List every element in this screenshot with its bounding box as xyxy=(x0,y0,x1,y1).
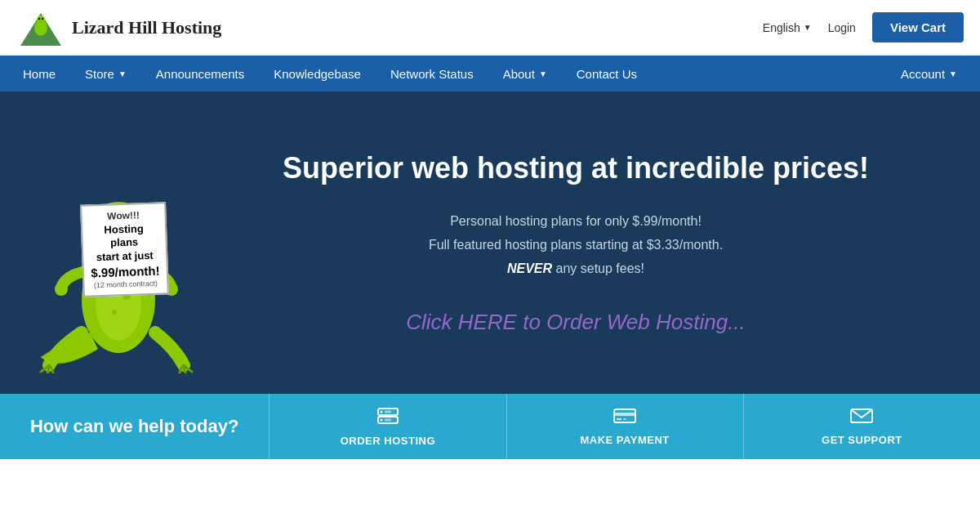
nav-item-home[interactable]: Home xyxy=(8,56,70,92)
svg-point-4 xyxy=(42,18,43,20)
hero-cta-link[interactable]: Click HERE to Order Web Hosting... xyxy=(237,310,915,335)
nav-item-knowledgebase[interactable]: Knowledgebase xyxy=(259,56,376,92)
sign-footnote: (12 month contract) xyxy=(91,279,160,291)
make-payment-icon xyxy=(613,408,636,429)
svg-rect-31 xyxy=(614,413,635,416)
nav-item-network-status[interactable]: Network Status xyxy=(376,56,488,92)
svg-rect-33 xyxy=(623,418,626,420)
svg-point-6 xyxy=(55,283,68,296)
promo-sign-card: Wow!!! Hosting plans start at just $.99/… xyxy=(80,202,169,297)
nav-item-announcements[interactable]: Announcements xyxy=(141,56,259,92)
hero-section: Wow!!! Hosting plans start at just $.99/… xyxy=(0,92,980,394)
lang-dropdown-arrow: ▼ xyxy=(804,23,812,32)
hero-desc-line2: Full featured hosting plans starting at … xyxy=(237,234,915,257)
nav-item-account[interactable]: Account ▼ xyxy=(886,56,972,92)
hero-desc-line3-post: any setup fees! xyxy=(556,261,645,275)
svg-point-23 xyxy=(112,310,117,315)
nav-item-contact-us[interactable]: Contact Us xyxy=(562,56,652,92)
hero-desc-line1: Personal hosting plans for only $.99/mon… xyxy=(237,210,915,234)
about-dropdown-arrow: ▼ xyxy=(539,69,547,78)
hero-never-text: NEVER xyxy=(507,261,552,275)
svg-rect-29 xyxy=(385,418,391,421)
order-hosting-icon xyxy=(376,407,399,430)
make-payment-action[interactable]: MAKE PAYMENT xyxy=(506,394,743,459)
top-bar: Lizard Hill Hosting English ▼ Login View… xyxy=(0,0,980,56)
nav-item-about[interactable]: About ▼ xyxy=(488,56,562,92)
make-payment-label: MAKE PAYMENT xyxy=(580,434,669,446)
svg-point-3 xyxy=(38,18,40,20)
svg-rect-28 xyxy=(385,410,391,413)
sign-price: $.99/month! xyxy=(91,262,161,280)
get-support-label: GET SUPPORT xyxy=(822,434,902,446)
bottom-bar: How can we help today? ORDER HOSTING xyxy=(0,394,980,459)
nav-item-store[interactable]: Store ▼ xyxy=(70,56,141,92)
envelope-icon xyxy=(850,408,873,424)
logo-text: Lizard Hill Hosting xyxy=(72,17,221,38)
account-dropdown-arrow: ▼ xyxy=(949,69,957,78)
get-support-action[interactable]: GET SUPPORT xyxy=(743,394,980,459)
language-label: English xyxy=(763,21,800,34)
nav-bar: Home Store ▼ Announcements Knowledgebase… xyxy=(0,56,980,92)
hero-desc-line3: NEVER any setup fees! xyxy=(237,257,915,281)
store-dropdown-arrow: ▼ xyxy=(118,69,127,78)
order-hosting-action[interactable]: ORDER HOSTING xyxy=(269,394,506,459)
top-right-area: English ▼ Login View Cart xyxy=(763,12,964,42)
gecko-area: Wow!!! Hosting plans start at just $.99/… xyxy=(33,112,204,373)
credit-card-icon xyxy=(613,408,636,424)
server-icon xyxy=(376,407,399,425)
svg-point-27 xyxy=(380,418,382,421)
svg-point-26 xyxy=(380,410,382,413)
get-support-icon xyxy=(850,408,873,429)
hero-description: Personal hosting plans for only $.99/mon… xyxy=(237,210,915,280)
logo-icon xyxy=(16,5,65,50)
order-hosting-label: ORDER HOSTING xyxy=(341,435,435,447)
logo-area[interactable]: Lizard Hill Hosting xyxy=(16,5,221,50)
svg-rect-32 xyxy=(617,418,621,420)
hero-title: Superior web hosting at incredible price… xyxy=(237,150,915,185)
svg-point-2 xyxy=(37,16,45,24)
language-selector[interactable]: English ▼ xyxy=(763,21,812,34)
hero-content: Superior web hosting at incredible price… xyxy=(204,134,947,351)
sign-line1: Hosting plans xyxy=(89,221,159,252)
view-cart-button[interactable]: View Cart xyxy=(872,12,964,42)
login-link[interactable]: Login xyxy=(828,21,856,34)
help-text: How can we help today? xyxy=(0,394,269,459)
